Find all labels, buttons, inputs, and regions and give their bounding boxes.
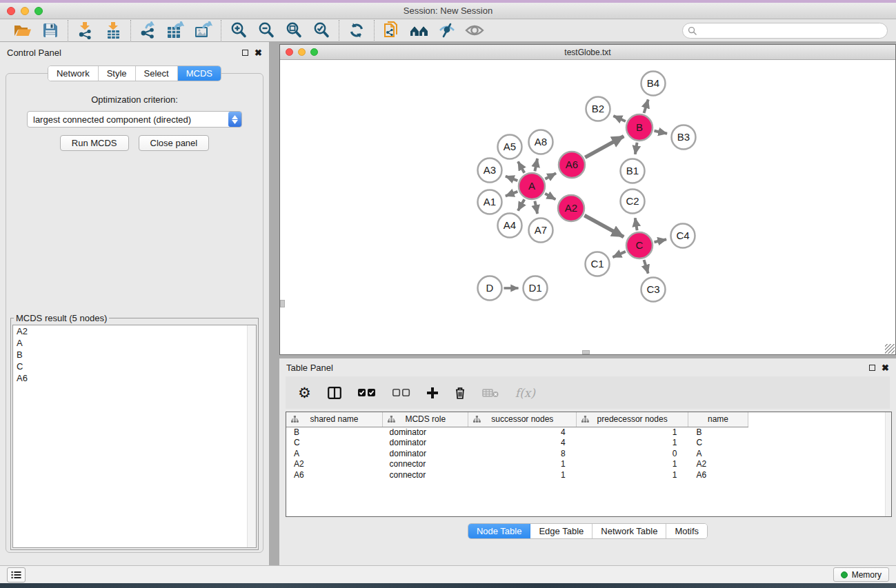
export-image-button[interactable] [193, 21, 214, 40]
table-cell[interactable]: connector [383, 469, 468, 480]
graph-edge-A-A8[interactable] [535, 159, 537, 171]
graph-node-C[interactable]: C [626, 232, 653, 258]
tab-network[interactable]: Network [48, 66, 99, 81]
function-builder-button[interactable]: f(x) [515, 386, 535, 400]
graph-node-A[interactable]: A [519, 173, 545, 199]
vertical-scrollbar-thumb[interactable] [280, 300, 285, 307]
float-table-panel-icon[interactable] [869, 365, 875, 371]
result-list-item[interactable]: A6 [13, 372, 256, 384]
zoom-out-button[interactable] [256, 21, 277, 40]
delete-table-button[interactable] [482, 388, 499, 398]
graph-node-C3[interactable]: C3 [641, 278, 666, 302]
table-cell[interactable]: B [286, 427, 383, 438]
export-network-button[interactable] [138, 21, 159, 40]
table-cell[interactable]: 4 [468, 438, 577, 449]
table-cell[interactable]: C [286, 438, 383, 449]
graph-node-B[interactable]: B [626, 114, 653, 141]
table-cell[interactable]: C [688, 438, 748, 449]
float-panel-icon[interactable] [242, 50, 248, 56]
show-all-button[interactable] [464, 21, 485, 40]
graph-node-A1[interactable]: A1 [478, 190, 502, 214]
table-cell[interactable]: dominator [383, 448, 468, 459]
close-panel-icon[interactable]: ✖ [255, 48, 262, 57]
graph-edge-B-B4[interactable] [644, 99, 648, 113]
graph-edge-C-C2[interactable] [635, 218, 637, 230]
column-header-successor-nodes[interactable]: successor nodes [468, 412, 577, 427]
graph-edge-A-A1[interactable] [506, 192, 517, 196]
close-panel-button[interactable]: Close panel [139, 135, 210, 151]
network-canvas[interactable]: B4B2BB3A8A5A6B1A3AC2A1A2A4A7C4CC1C3DD1 [280, 60, 895, 354]
graph-edge-A-A2[interactable] [545, 194, 555, 200]
table-options-gear-button[interactable]: ⚙ [298, 385, 311, 400]
graph-node-D1[interactable]: D1 [524, 276, 548, 301]
graph-node-A8[interactable]: A8 [529, 130, 553, 154]
graph-node-A3[interactable]: A3 [478, 159, 502, 183]
graph-node-B1[interactable]: B1 [621, 159, 645, 183]
table-cell[interactable]: B [688, 427, 748, 438]
column-header-shared-name[interactable]: shared name [286, 412, 383, 427]
graph-edge-B-B1[interactable] [635, 143, 637, 154]
graph-node-A4[interactable]: A4 [498, 214, 522, 238]
graph-node-A6[interactable]: A6 [559, 152, 585, 178]
criterion-dropdown[interactable]: largest connected component (directed) [27, 111, 242, 128]
table-row[interactable]: Adominator80A [286, 448, 748, 459]
window-resize-grip[interactable] [885, 344, 895, 354]
horizontal-scrollbar-thumb[interactable] [582, 350, 590, 354]
graph-node-B2[interactable]: B2 [586, 97, 610, 121]
table-cell[interactable]: 8 [468, 448, 577, 459]
column-header-predecessor-nodes[interactable]: predecessor nodes [577, 412, 688, 427]
table-cell[interactable]: 1 [577, 459, 688, 470]
table-row[interactable]: Cdominator41C [286, 438, 748, 449]
delete-column-button[interactable] [455, 387, 466, 399]
graph-node-C1[interactable]: C1 [586, 252, 610, 276]
table-cell[interactable]: 0 [577, 448, 688, 459]
graph-edge-A-A4[interactable] [518, 199, 524, 210]
graph-edge-B-B3[interactable] [654, 131, 667, 134]
search-field[interactable] [682, 23, 888, 39]
table-cell[interactable]: 1 [468, 469, 577, 480]
tab-mcds[interactable]: MCDS [178, 66, 221, 81]
search-input[interactable] [699, 26, 887, 35]
memory-button[interactable]: Memory [833, 567, 889, 582]
network-window-titlebar[interactable]: testGlobe.txt [280, 45, 895, 60]
import-network-button[interactable] [75, 21, 96, 40]
graph-node-D[interactable]: D [478, 276, 502, 301]
open-file-button[interactable] [12, 21, 33, 40]
column-header-name[interactable]: name [688, 412, 748, 427]
graph-node-C2[interactable]: C2 [621, 190, 645, 214]
zoom-fit-button[interactable] [283, 21, 304, 40]
graph-node-A5[interactable]: A5 [498, 135, 522, 159]
graph-edge-B-B2[interactable] [613, 116, 626, 121]
tab-motifs[interactable]: Motifs [666, 524, 707, 538]
graph-node-B3[interactable]: B3 [672, 125, 696, 150]
table-cell[interactable]: connector [383, 459, 468, 470]
tab-network-table[interactable]: Network Table [593, 524, 666, 538]
table-cell[interactable]: 1 [577, 438, 688, 449]
graph-edge-A-A5[interactable] [518, 161, 524, 172]
table-row[interactable]: A6connector11A6 [286, 469, 748, 480]
table-row[interactable]: A2connector11A2 [286, 459, 748, 470]
graph-edge-A-A7[interactable] [535, 201, 537, 214]
column-view-button[interactable] [328, 387, 341, 399]
table-scrollbar[interactable] [885, 412, 891, 516]
tab-node-table[interactable]: Node Table [468, 524, 531, 538]
graph-edge-A-A3[interactable] [506, 176, 517, 181]
table-cell[interactable]: A6 [286, 469, 383, 480]
graph-node-C4[interactable]: C4 [671, 224, 695, 248]
first-neighbors-button[interactable] [409, 21, 430, 40]
export-table-button[interactable] [166, 21, 186, 40]
deselect-all-button[interactable] [392, 389, 410, 397]
graph-edge-A-A6[interactable] [545, 173, 556, 179]
node-table[interactable]: shared nameMCDS rolesuccessor nodesprede… [286, 412, 748, 480]
table-cell[interactable]: 1 [577, 469, 688, 480]
table-cell[interactable]: A [286, 448, 383, 459]
table-row[interactable]: Bdominator41B [286, 427, 748, 438]
tab-edge-table[interactable]: Edge Table [530, 524, 593, 538]
table-cell[interactable]: 1 [577, 427, 688, 438]
zoom-in-button[interactable] [228, 21, 249, 40]
task-history-button[interactable] [7, 567, 26, 582]
tab-select[interactable]: Select [136, 66, 178, 81]
graph-edge-C-C1[interactable] [613, 252, 625, 257]
graph-node-A2[interactable]: A2 [558, 195, 584, 221]
result-list-item[interactable]: A2 [13, 325, 256, 337]
